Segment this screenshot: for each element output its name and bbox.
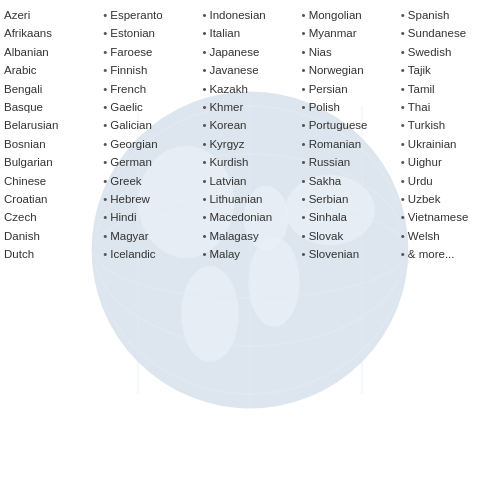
language-label: Portuguese bbox=[309, 116, 368, 134]
bullet-icon: • bbox=[202, 24, 206, 42]
list-item[interactable]: •Faroese bbox=[103, 43, 198, 61]
list-item[interactable]: •Italian bbox=[202, 24, 297, 42]
list-item[interactable]: Albanian bbox=[4, 43, 99, 61]
list-item[interactable]: •Nias bbox=[302, 43, 397, 61]
list-item[interactable]: •Indonesian bbox=[202, 6, 297, 24]
language-label: Malagasy bbox=[209, 227, 258, 245]
language-label: Slovenian bbox=[309, 245, 360, 263]
list-item[interactable]: •German bbox=[103, 153, 198, 171]
list-item[interactable]: •Kyrgyz bbox=[202, 135, 297, 153]
list-item[interactable]: Arabic bbox=[4, 61, 99, 79]
list-item[interactable]: •Sundanese bbox=[401, 24, 496, 42]
list-item[interactable]: •Kazakh bbox=[202, 80, 297, 98]
language-label: Dutch bbox=[4, 245, 34, 263]
list-item[interactable]: •Georgian bbox=[103, 135, 198, 153]
list-item[interactable]: Bulgarian bbox=[4, 153, 99, 171]
list-item[interactable]: Basque bbox=[4, 98, 99, 116]
list-item[interactable]: •Romanian bbox=[302, 135, 397, 153]
bullet-icon: • bbox=[103, 80, 107, 98]
list-item[interactable]: •Vietnamese bbox=[401, 208, 496, 226]
list-item[interactable]: •Turkish bbox=[401, 116, 496, 134]
list-item[interactable]: •Uighur bbox=[401, 153, 496, 171]
list-item[interactable]: Danish bbox=[4, 227, 99, 245]
list-item[interactable]: •French bbox=[103, 80, 198, 98]
list-item[interactable]: •Ukrainian bbox=[401, 135, 496, 153]
list-item[interactable]: •Magyar bbox=[103, 227, 198, 245]
list-item[interactable]: Bosnian bbox=[4, 135, 99, 153]
list-item[interactable]: •Swedish bbox=[401, 43, 496, 61]
list-item[interactable]: Chinese bbox=[4, 172, 99, 190]
list-item[interactable]: •Hindi bbox=[103, 208, 198, 226]
list-item[interactable]: •Finnish bbox=[103, 61, 198, 79]
list-item[interactable]: •Tamil bbox=[401, 80, 496, 98]
list-item[interactable]: •Kurdish bbox=[202, 153, 297, 171]
bullet-icon: • bbox=[302, 135, 306, 153]
list-item[interactable]: •Serbian bbox=[302, 190, 397, 208]
list-item[interactable]: •Esperanto bbox=[103, 6, 198, 24]
list-item[interactable]: •Norwegian bbox=[302, 61, 397, 79]
list-item[interactable]: Bengali bbox=[4, 80, 99, 98]
bullet-icon: • bbox=[302, 208, 306, 226]
list-item[interactable]: •Urdu bbox=[401, 172, 496, 190]
language-label: Vietnamese bbox=[408, 208, 469, 226]
list-item[interactable]: •Latvian bbox=[202, 172, 297, 190]
language-label: Serbian bbox=[309, 190, 349, 208]
list-item[interactable]: •Galician bbox=[103, 116, 198, 134]
bullet-icon: • bbox=[302, 98, 306, 116]
list-item[interactable]: Azeri bbox=[4, 6, 99, 24]
list-item[interactable]: •Myanmar bbox=[302, 24, 397, 42]
list-item[interactable]: Dutch bbox=[4, 245, 99, 263]
list-item[interactable]: •Polish bbox=[302, 98, 397, 116]
list-item[interactable]: Czech bbox=[4, 208, 99, 226]
list-item[interactable]: •Sinhala bbox=[302, 208, 397, 226]
language-label: Japanese bbox=[209, 43, 259, 61]
bullet-icon: • bbox=[401, 80, 405, 98]
list-item[interactable]: •Slovenian bbox=[302, 245, 397, 263]
language-label: Indonesian bbox=[209, 6, 265, 24]
bullet-icon: • bbox=[401, 24, 405, 42]
language-label: Arabic bbox=[4, 61, 37, 79]
bullet-icon: • bbox=[401, 61, 405, 79]
list-item[interactable]: •Persian bbox=[302, 80, 397, 98]
list-item[interactable]: •Tajik bbox=[401, 61, 496, 79]
list-item[interactable]: Afrikaans bbox=[4, 24, 99, 42]
bullet-icon: • bbox=[302, 190, 306, 208]
list-item[interactable]: •Mongolian bbox=[302, 6, 397, 24]
list-item[interactable]: •Uzbek bbox=[401, 190, 496, 208]
language-label: Basque bbox=[4, 98, 43, 116]
bullet-icon: • bbox=[202, 190, 206, 208]
language-label: Mongolian bbox=[309, 6, 362, 24]
list-item[interactable]: •Portuguese bbox=[302, 116, 397, 134]
list-item[interactable]: •Japanese bbox=[202, 43, 297, 61]
list-item[interactable]: •Malagasy bbox=[202, 227, 297, 245]
list-item[interactable]: Belarusian bbox=[4, 116, 99, 134]
list-item[interactable]: •Russian bbox=[302, 153, 397, 171]
language-label: Russian bbox=[309, 153, 351, 171]
list-item[interactable]: •Macedonian bbox=[202, 208, 297, 226]
list-item[interactable]: •Estonian bbox=[103, 24, 198, 42]
list-item[interactable]: •Icelandic bbox=[103, 245, 198, 263]
list-item[interactable]: •Javanese bbox=[202, 61, 297, 79]
list-item[interactable]: •Khmer bbox=[202, 98, 297, 116]
list-item[interactable]: •Welsh bbox=[401, 227, 496, 245]
list-item[interactable]: •Slovak bbox=[302, 227, 397, 245]
language-label: Croatian bbox=[4, 190, 47, 208]
list-item[interactable]: •Lithuanian bbox=[202, 190, 297, 208]
list-item[interactable]: •Gaelic bbox=[103, 98, 198, 116]
list-item[interactable]: •& more... bbox=[401, 245, 496, 263]
list-item[interactable]: Croatian bbox=[4, 190, 99, 208]
list-item[interactable]: •Hebrew bbox=[103, 190, 198, 208]
list-item[interactable]: •Korean bbox=[202, 116, 297, 134]
language-label: Ukrainian bbox=[408, 135, 457, 153]
list-item[interactable]: •Malay bbox=[202, 245, 297, 263]
bullet-icon: • bbox=[401, 98, 405, 116]
list-item[interactable]: •Greek bbox=[103, 172, 198, 190]
bullet-icon: • bbox=[401, 43, 405, 61]
language-label: Estonian bbox=[110, 24, 155, 42]
list-item[interactable]: •Thai bbox=[401, 98, 496, 116]
list-item[interactable]: •Spanish bbox=[401, 6, 496, 24]
bullet-icon: • bbox=[401, 135, 405, 153]
list-item[interactable]: •Sakha bbox=[302, 172, 397, 190]
language-label: Malay bbox=[209, 245, 240, 263]
language-label: Czech bbox=[4, 208, 37, 226]
